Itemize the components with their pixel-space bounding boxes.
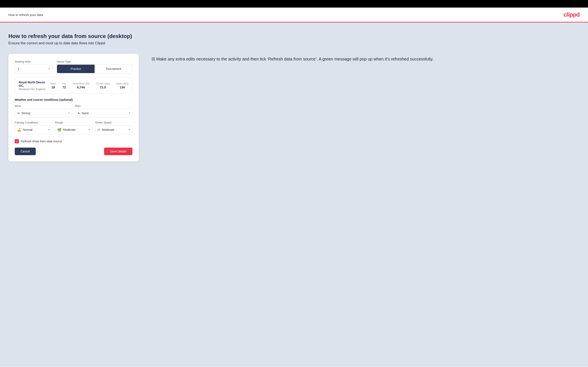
page-heading: How to refresh your data from source (de… — [9, 33, 579, 40]
conditions-row-2: Fairway Conditions ⛳ Normal ▾ Rough 🌿 Mo… — [15, 121, 132, 134]
practice-button[interactable]: Practice — [57, 65, 95, 73]
green-speed-icon: ⟳ — [97, 128, 100, 132]
green-speed-group: Green Speed ⟳ Moderate ▾ — [95, 121, 132, 134]
par-label: Par — [62, 82, 66, 85]
slope-rating-label: Slope rating — [116, 82, 129, 85]
par-stat: Par 72 — [62, 82, 66, 89]
form-row-top: Starting Hole 1 ▾ Game Type Practice Tou… — [15, 60, 132, 73]
button-row: Cancel Save Details — [15, 148, 132, 155]
content-area: Starting Hole 1 ▾ Game Type Practice Tou… — [9, 54, 579, 161]
refresh-checkbox[interactable]: ✓ — [15, 139, 19, 143]
starting-hole-group: Starting Hole 1 ▾ — [15, 60, 52, 73]
game-type-group: Game Type Practice Tournament — [57, 60, 132, 73]
starting-hole-value: 1 — [17, 67, 49, 71]
yards-label: Yards/White (M)) — [72, 82, 90, 85]
green-speed-chevron-icon: ▾ — [129, 128, 130, 131]
fairway-label: Fairway Conditions — [15, 121, 52, 124]
rough-group: Rough 🌿 Moderate ▾ — [55, 121, 92, 134]
starting-hole-label: Starting Hole — [15, 60, 52, 63]
fairway-icon: ⛳ — [17, 128, 21, 132]
slope-rating-value: 134 — [120, 85, 125, 89]
course-rating-label: Course rating — [96, 82, 110, 85]
green-speed-value: Moderate — [102, 128, 127, 131]
green-speed-label: Green Speed — [95, 121, 132, 124]
refresh-checkbox-row: ✓ Refresh shots from data source — [15, 139, 132, 143]
main-content: How to refresh your data from source (de… — [0, 23, 588, 364]
wind-value: Strong — [21, 111, 67, 115]
form-panel: Starting Hole 1 ▾ Game Type Practice Tou… — [9, 54, 139, 161]
rain-value: None — [82, 111, 127, 115]
rain-label: Rain — [75, 104, 132, 108]
instruction-text: 3) Make any extra edits necessary to the… — [151, 56, 579, 62]
rain-select[interactable]: ✦ None ▾ — [75, 109, 132, 117]
checkmark-icon: ✓ — [16, 140, 18, 143]
game-type-toggle: Practice Tournament — [57, 65, 132, 73]
course-name: Royal North Devon GC, — [19, 81, 50, 87]
rain-chevron-icon: ▾ — [129, 112, 130, 115]
holes-label: Holes — [50, 82, 56, 85]
green-speed-select[interactable]: ⟳ Moderate ▾ — [95, 125, 132, 134]
instruction-panel: 3) Make any extra edits necessary to the… — [151, 54, 579, 62]
fairway-chevron-icon: ▾ — [48, 128, 50, 131]
rough-chevron-icon: ▾ — [89, 128, 90, 131]
par-value: 72 — [62, 85, 66, 89]
footer: Copyright Clippd 2022 — [0, 364, 588, 367]
wind-group: Wind ≋ Strong ▾ — [15, 104, 72, 117]
refresh-label: Refresh shots from data source — [21, 140, 62, 143]
conditions-section-title: Weather and course conditions (optional) — [15, 98, 132, 101]
rough-select[interactable]: 🌿 Moderate ▾ — [55, 125, 92, 134]
yards-stat: Yards/White (M)) 6,744 — [72, 82, 90, 89]
wind-label: Wind — [15, 104, 72, 108]
wind-select[interactable]: ≋ Strong ▾ — [15, 109, 72, 117]
holes-stat: Holes 18 — [50, 82, 56, 89]
fairway-value: Normal — [23, 128, 47, 131]
starting-hole-select[interactable]: 1 ▾ — [15, 65, 52, 73]
cancel-button[interactable]: Cancel — [15, 148, 36, 155]
holes-value: 18 — [51, 85, 55, 89]
slope-rating-stat: Slope rating 134 — [116, 82, 129, 89]
header-title: How to refresh your data — [9, 13, 43, 17]
rough-icon: 🌿 — [57, 128, 61, 132]
course-stats: Holes 18 Par 72 Yards/White (M)) 6,744 C… — [50, 82, 129, 89]
header: How to refresh your data clippd — [0, 8, 588, 23]
course-rating-stat: Course rating 72.5 — [96, 82, 110, 89]
rough-label: Rough — [55, 121, 92, 124]
course-info: Royal North Devon GC, Westward Ho!, Engl… — [19, 81, 50, 91]
wind-chevron-icon: ▾ — [69, 112, 70, 115]
rough-value: Moderate — [63, 128, 87, 131]
course-card: Royal North Devon GC, Westward Ho!, Engl… — [15, 77, 132, 94]
save-button[interactable]: Save Details — [104, 148, 132, 155]
game-type-label: Game Type — [57, 60, 132, 63]
fairway-group: Fairway Conditions ⛳ Normal ▾ — [15, 121, 52, 134]
top-bar — [0, 0, 588, 8]
fairway-select[interactable]: ⛳ Normal ▾ — [15, 125, 52, 134]
page-subtitle: Ensure the correct and most up to date d… — [9, 41, 579, 45]
course-location: Westward Ho!, England — [19, 88, 50, 91]
tournament-button[interactable]: Tournament — [95, 65, 132, 73]
starting-hole-chevron-icon: ▾ — [49, 67, 50, 70]
conditions-row-1: Wind ≋ Strong ▾ Rain ✦ None ▾ — [15, 104, 132, 117]
logo: clippd — [564, 11, 579, 18]
rain-group: Rain ✦ None ▾ — [75, 104, 132, 117]
rain-icon: ✦ — [77, 111, 80, 115]
course-rating-value: 72.5 — [100, 85, 106, 89]
yards-value: 6,744 — [77, 85, 85, 89]
wind-icon: ≋ — [17, 111, 20, 115]
